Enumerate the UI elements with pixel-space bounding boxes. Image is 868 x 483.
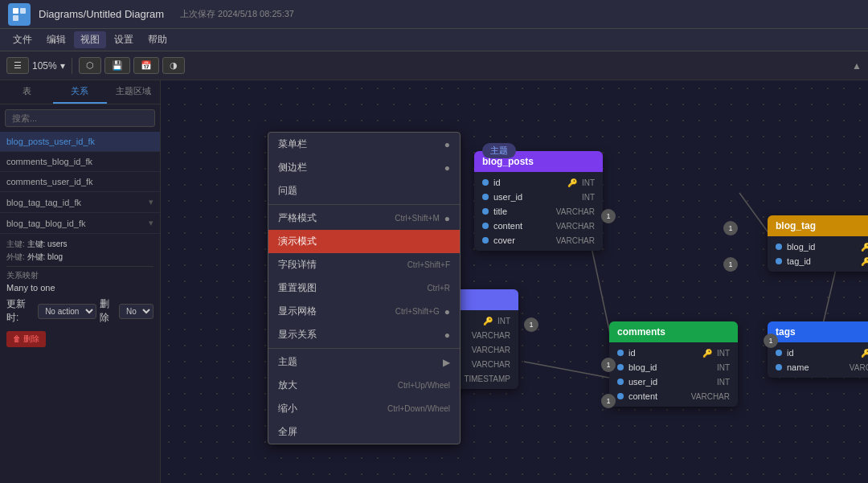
menu-toggle-btn[interactable]: ☰: [6, 57, 29, 74]
badge-3: 1: [601, 209, 616, 223]
contrast-btn[interactable]: ◑: [162, 57, 185, 74]
toolbar-separator-1: [72, 58, 72, 74]
dropdown-label-field-details: 字段详情: [278, 258, 317, 272]
update-row: 更新时: No action 删除 No: [6, 297, 154, 325]
dropdown-label-fullscreen: 全屏: [278, 425, 297, 439]
dropdown-theme[interactable]: 主题 ▶: [268, 350, 460, 374]
menu-file[interactable]: 文件: [6, 31, 39, 48]
menu-icon: ☰: [14, 60, 22, 71]
table-blog-posts-body: id 🔑 INT user_id INT title VARCHAR conte…: [474, 172, 603, 251]
dropdown-show-relations[interactable]: 显示关系 ●: [268, 323, 460, 346]
main-layout: 表 关系 主题区域 blog_posts_user_id_fk comments…: [0, 80, 868, 483]
field-dot: [617, 364, 624, 370]
field-bp-cover: cover VARCHAR: [474, 233, 603, 248]
fk-item-1[interactable]: comments_blog_id_fk: [0, 152, 160, 172]
delete-select[interactable]: No: [119, 304, 154, 319]
dropdown-label-show-relations: 显示关系: [278, 328, 317, 342]
dropdown-presentation[interactable]: 演示模式: [268, 230, 460, 253]
field-dot: [482, 194, 489, 200]
calendar-icon: 📅: [141, 60, 152, 71]
sidebar-search-container: [0, 104, 160, 132]
zoom-display: 105% ▾: [32, 60, 65, 72]
dropdown-reset-view[interactable]: 重置视图 Ctrl+R: [268, 276, 460, 300]
menu-bar: 文件 编辑 视图 设置 帮助: [0, 29, 868, 51]
table-comments[interactable]: comments id 🔑 INT blog_id INT user_id IN…: [609, 321, 738, 407]
fk-label-0: blog_posts_user_id_fk: [6, 137, 95, 146]
tab-relation[interactable]: 关系: [53, 80, 106, 104]
field-c-userid: user_id INT: [609, 375, 738, 389]
delete-relation-btn[interactable]: 🗑 删除: [6, 331, 46, 347]
table-tags[interactable]: tags id 🔑 INT name VARCHAR: [768, 321, 868, 378]
dropdown-label-issues: 问题: [278, 184, 297, 198]
calendar-btn[interactable]: 📅: [133, 57, 159, 74]
field-dot: [482, 237, 489, 244]
cardinality-label: 关系映射: [6, 270, 154, 281]
fk-label-4: blog_tag_blog_id_fk: [6, 219, 85, 228]
shortcut-show-grid: Ctrl+Shift+G: [395, 307, 440, 316]
badge-8: 1: [723, 257, 738, 272]
divider-1: [6, 266, 154, 267]
connections-svg: [161, 80, 868, 483]
table-blog-tag[interactable]: blog_tag blog_id 🔑 INT tag_id 🔑 INT: [768, 215, 868, 272]
dropdown-show-grid[interactable]: 显示网格 Ctrl+Shift+G ●: [268, 300, 460, 323]
save-btn[interactable]: 💾: [104, 57, 130, 74]
field-bp-title: title VARCHAR: [474, 204, 603, 219]
shortcut-field-details: Ctrl+Shift+F: [407, 260, 450, 269]
badge-6: 1: [601, 394, 616, 408]
cardinality-value: Many to one: [6, 283, 154, 293]
menu-help[interactable]: 帮助: [141, 31, 174, 48]
fk-item-0[interactable]: blog_posts_user_id_fk: [0, 132, 160, 152]
field-dot: [776, 364, 782, 370]
fk-item-4[interactable]: blog_tag_blog_id_fk ▾: [0, 213, 160, 234]
title-bar: Diagrams/Untitled Diagram 上次保存 2024/5/18…: [0, 0, 868, 29]
dropdown-label-reset-view: 重置视图: [278, 281, 317, 295]
tab-theme[interactable]: 主题区域: [107, 80, 160, 104]
dropdown-strict[interactable]: 严格模式 Ctrl+Shift+M ●: [268, 207, 460, 230]
tab-table[interactable]: 表: [0, 80, 53, 104]
table-blog-posts[interactable]: blog_posts id 🔑 INT user_id INT title VA…: [474, 151, 603, 251]
svg-rect-1: [20, 8, 26, 14]
table-comments-body: id 🔑 INT blog_id INT user_id INT content: [609, 342, 738, 407]
fk-label-3: blog_tag_tag_id_fk: [6, 198, 81, 207]
toggle-show-grid: ●: [444, 306, 450, 317]
canvas[interactable]: 1 1 1 1 1 1 1 1 1 blog_posts id 🔑 INT us…: [161, 80, 868, 483]
field-dot: [776, 258, 782, 264]
fk-external-label: 外键: 外键: blog: [6, 252, 154, 263]
shortcut-zoom-in: Ctrl+Up/Wheel: [398, 381, 450, 390]
dropdown-label-strict: 严格模式: [278, 211, 317, 225]
fk-label-2: comments_user_id_fk: [6, 177, 93, 186]
update-select[interactable]: No action: [38, 304, 96, 319]
field-dot: [617, 379, 624, 385]
dropdown-zoom-in[interactable]: 放大 Ctrl+Up/Wheel: [268, 374, 460, 397]
dropdown-field-details[interactable]: 字段详情 Ctrl+Shift+F: [268, 253, 460, 276]
contrast-icon: ◑: [170, 60, 178, 71]
fk-item-3[interactable]: blog_tag_tag_id_fk ▾: [0, 192, 160, 213]
dropdown-label-zoom-in: 放大: [278, 379, 297, 392]
svg-line-7: [739, 193, 772, 237]
presentation-badge: 主题: [482, 143, 516, 158]
field-dot: [776, 244, 782, 250]
svg-rect-2: [13, 15, 18, 21]
dropdown-issues[interactable]: 问题: [268, 179, 460, 203]
dropdown-label-theme: 主题: [278, 355, 297, 369]
collapse-icon[interactable]: ▲: [852, 60, 862, 72]
dropdown-zoom-out[interactable]: 缩小 Ctrl+Down/Wheel: [268, 397, 460, 420]
dropdown-divider-1: [268, 204, 460, 205]
svg-rect-0: [13, 8, 18, 14]
menu-settings[interactable]: 设置: [108, 31, 140, 48]
dropdown-sidebar[interactable]: 侧边栏 ●: [268, 156, 460, 179]
theme-arrow-icon: ▶: [443, 357, 450, 368]
menu-view[interactable]: 视图: [74, 31, 106, 48]
app-logo: [8, 3, 31, 26]
dropdown-fullscreen[interactable]: 全屏: [268, 420, 460, 444]
dropdown-menubar[interactable]: 菜单栏 ●: [268, 133, 460, 156]
fk-item-2[interactable]: comments_user_id_fk: [0, 172, 160, 192]
search-input[interactable]: [5, 109, 155, 127]
table-blog-tag-header: blog_tag: [768, 215, 868, 236]
sidebar-tabs: 表 关系 主题区域: [0, 80, 160, 104]
export-btn[interactable]: ⬡: [79, 57, 101, 74]
delete-label-inline: 删除: [100, 297, 119, 325]
view-dropdown-menu: 菜单栏 ● 侧边栏 ● 问题 严格模式 Ctrl+Shift+M: [268, 132, 461, 444]
menu-edit[interactable]: 编辑: [40, 31, 72, 48]
table-blog-tag-body: blog_id 🔑 INT tag_id 🔑 INT: [768, 236, 868, 272]
